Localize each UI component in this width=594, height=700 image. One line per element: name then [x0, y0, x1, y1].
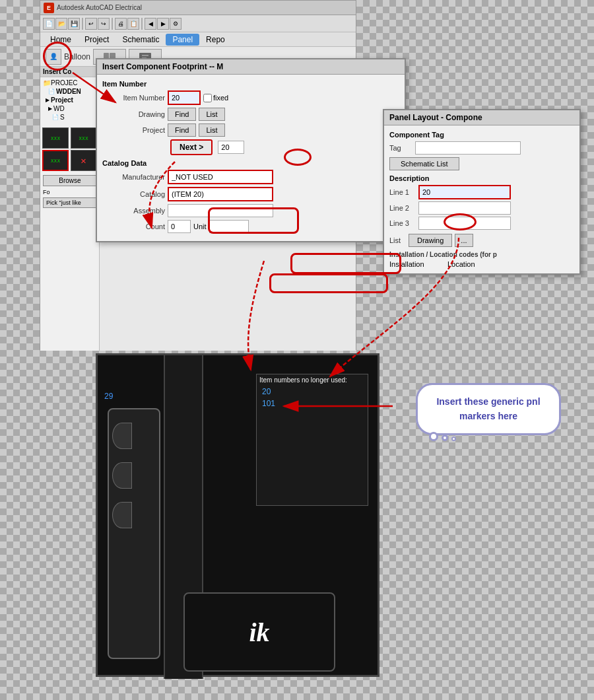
install-location-headers: Installation Location	[389, 260, 574, 268]
browse-button[interactable]: Browse	[43, 175, 97, 186]
cloud-circle-3	[451, 437, 456, 441]
panel-dialog-title: Panel Layout - Compone	[384, 110, 579, 125]
manufacturer-input[interactable]	[168, 170, 273, 184]
dev-circle-1	[112, 423, 132, 449]
assembly-label: Assembly	[102, 207, 165, 215]
bottom-label: ik	[183, 592, 335, 672]
drawing-find-button[interactable]: Find	[168, 108, 196, 121]
more-button[interactable]: ...	[455, 234, 473, 247]
item-number-20: 20	[257, 386, 368, 398]
manufacturer-label: Manufacturer	[102, 173, 165, 181]
panel-dialog-body: Component Tag Tag Schematic List Descrip…	[384, 125, 579, 273]
fixed-checkbox[interactable]	[203, 94, 212, 102]
drawing-list-button[interactable]: List	[199, 108, 224, 121]
extra-icon[interactable]: ⚙	[170, 18, 182, 30]
device-left: 29	[101, 368, 167, 666]
catalog-data-label: Catalog Data	[102, 159, 399, 167]
left-panel-header: Insert Co	[40, 67, 99, 77]
project-field-label: Project	[102, 126, 165, 134]
next-button[interactable]: Next >	[170, 139, 213, 155]
assembly-row: Assembly	[102, 204, 399, 217]
thumbnail-3[interactable]: xxx	[42, 150, 69, 171]
wdden-item: 📄 WDDEN	[48, 87, 96, 96]
line2-label: Line 2	[389, 204, 416, 212]
tag-label: Tag	[389, 144, 412, 152]
count-label: Count	[102, 223, 165, 230]
menu-project[interactable]: Project	[78, 34, 116, 46]
cloud-text: Insert these generic pnl markers here	[416, 383, 561, 435]
line3-row: Line 3	[389, 217, 574, 230]
next-value-input[interactable]	[218, 141, 244, 154]
installation-col: Installation	[389, 260, 442, 268]
title-bar: E Autodesk AutoCAD Electrical	[40, 1, 356, 15]
drawing-panel: 29 Item numbers no longer used: 20 101 i…	[96, 353, 380, 677]
new-icon[interactable]: 📄	[43, 18, 55, 30]
forward-icon[interactable]: ▶	[157, 18, 169, 30]
line1-row: Line 1	[389, 185, 574, 199]
count-input[interactable]	[168, 220, 191, 233]
person-icon[interactable]: 👤	[46, 49, 61, 65]
open-icon[interactable]: 📂	[55, 18, 67, 30]
save-icon[interactable]: 💾	[68, 18, 80, 30]
cloud-circle-1	[429, 432, 438, 441]
project-find-button[interactable]: Find	[168, 123, 196, 137]
thumbnail-1[interactable]: xxx	[42, 127, 69, 149]
cloud-tail	[429, 432, 561, 441]
wd-item: ▶ WD	[48, 104, 96, 113]
app-icon: E	[44, 3, 54, 13]
unit-input[interactable]	[209, 220, 249, 233]
schematic-list-button[interactable]: Schematic List	[389, 157, 459, 170]
line1-label: Line 1	[389, 188, 416, 196]
assembly-input[interactable]	[168, 204, 273, 217]
brand-letter: ik	[249, 617, 269, 648]
icf-dialog-body: Item Number Item Number fixed Drawing Fi…	[97, 75, 405, 241]
menu-home[interactable]: Home	[44, 34, 78, 46]
item-number-input[interactable]	[168, 90, 201, 105]
pick-button[interactable]: Pick "just like	[43, 197, 97, 208]
folder-icon: 📁	[43, 79, 51, 87]
install-location-label: Installation / Location codes (for p	[389, 251, 574, 258]
item-number-section-label: Item Number	[102, 80, 399, 88]
project-item: ▶ Project	[46, 96, 96, 104]
menu-schematic[interactable]: Schematic	[116, 34, 166, 46]
dev-circle-3	[112, 502, 132, 528]
menu-panel[interactable]: Panel	[166, 34, 199, 46]
menu-repo[interactable]: Repo	[199, 34, 232, 46]
drawing-button[interactable]: Drawing	[409, 234, 452, 247]
item-number-row: Item Number fixed	[102, 90, 399, 105]
main-toolbar: 📄 📂 💾 ↩ ↪ 🖨 📋 ◀ ▶ ⚙	[40, 15, 356, 32]
divider-1	[82, 18, 83, 30]
tag-input[interactable]	[415, 141, 521, 155]
left-sidebar: Insert Co 📁 PROJEC 📄 WDDEN ▶ Project ▶ W	[40, 67, 100, 351]
location-col: Location	[447, 260, 475, 268]
schematic-list-row: Schematic List	[389, 157, 574, 170]
line2-input[interactable]	[418, 201, 511, 215]
catalog-row: Catalog	[102, 187, 399, 201]
line3-input[interactable]	[418, 217, 511, 230]
back-icon[interactable]: ◀	[145, 18, 156, 30]
project-tree: 📁 PROJEC 📄 WDDEN ▶ Project ▶ WD 📄 S	[40, 77, 99, 123]
catalog-input[interactable]	[168, 187, 273, 201]
menu-bar: Home Project Schematic Panel Repo	[40, 32, 356, 47]
component-tag-label: Component Tag	[389, 131, 574, 139]
icf-dialog: Insert Component Footprint -- M Item Num…	[96, 58, 406, 242]
print-icon[interactable]: 🖨	[115, 18, 127, 30]
s-item: 📄 S	[52, 113, 96, 122]
s-icon: 📄	[52, 114, 59, 120]
redo-icon[interactable]: ↪	[98, 18, 110, 30]
panel-dialog: Panel Layout - Compone Component Tag Tag…	[383, 109, 581, 275]
undo-icon[interactable]: ↩	[85, 18, 97, 30]
project-list-button[interactable]: List	[199, 123, 224, 137]
item-numbers-title: Item numbers no longer used:	[257, 374, 368, 386]
divider-3	[141, 18, 143, 30]
wdden-label: WDDEN	[56, 88, 81, 95]
thumbnail-2[interactable]: xxx	[71, 127, 97, 149]
list-label: List	[389, 236, 406, 244]
plot-icon[interactable]: 📋	[127, 18, 139, 30]
fixed-checkbox-label: fixed	[203, 94, 228, 102]
catalog-label: Catalog	[102, 190, 165, 198]
line1-input[interactable]	[418, 185, 511, 199]
list-drawing-row: List Drawing ...	[389, 234, 574, 247]
wd-icon: ▶	[48, 106, 52, 112]
thumbnail-4[interactable]: ✕	[71, 150, 97, 171]
